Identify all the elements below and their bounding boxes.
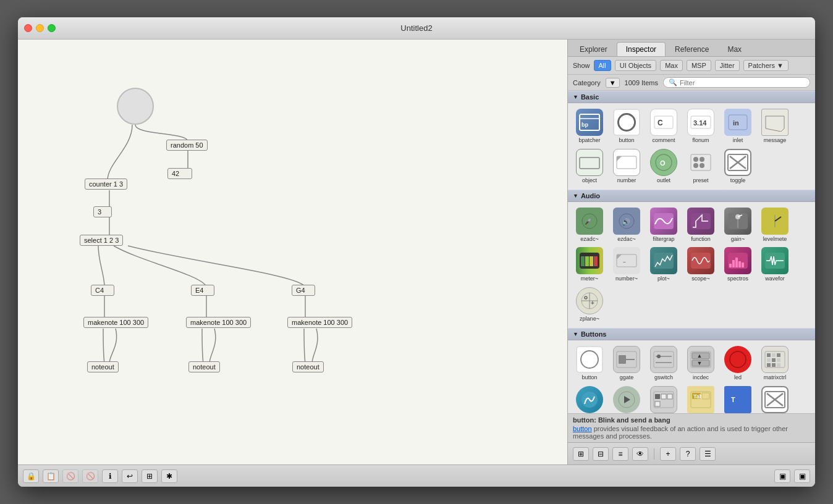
filter-ui-objects[interactable]: UI Objects: [615, 60, 656, 71]
noteout3-object[interactable]: noteout: [292, 361, 324, 372]
inlet-label: inlet: [733, 137, 743, 144]
patcher-canvas[interactable]: random 50 42 counter 1 3 3 select 1 2 3 …: [18, 40, 568, 464]
filter-jitter[interactable]: Jitter: [715, 60, 740, 71]
obj-incdec[interactable]: ▲▼ incdec: [683, 344, 719, 383]
category-dropdown[interactable]: ▼: [606, 78, 620, 88]
select-object[interactable]: select 1 2 3: [80, 235, 123, 246]
list-btn[interactable]: ☰: [700, 447, 716, 461]
obj-toggle[interactable]: toggle: [720, 147, 756, 186]
obj-textbutto[interactable]: T textbutto: [720, 384, 756, 413]
obj-message[interactable]: message: [757, 107, 793, 146]
noteout2-object[interactable]: noteout: [188, 361, 220, 372]
makenote3-object[interactable]: makenote 100 300: [287, 317, 352, 328]
obj-toggle-btn[interactable]: toggle: [757, 384, 793, 413]
obj-ezadc[interactable]: 🎤 ezadc~: [572, 206, 607, 245]
eye-btn[interactable]: 👁: [632, 447, 648, 461]
filter-patchers[interactable]: Patchers ▼: [743, 60, 789, 71]
tab-reference[interactable]: Reference: [666, 42, 718, 56]
ggate-label: ggate: [620, 374, 634, 381]
obj-flonum[interactable]: 3.14 flonum: [683, 107, 719, 146]
grid-btn-1[interactable]: ⊞: [573, 447, 589, 461]
close-button[interactable]: [24, 24, 32, 32]
makenote2-object[interactable]: makenote 100 300: [186, 317, 251, 328]
add-btn[interactable]: +: [660, 447, 676, 461]
filtergrap-label: filtergrap: [653, 236, 674, 243]
tab-inspector[interactable]: Inspector: [617, 42, 666, 56]
obj-tab[interactable]: Tab tab: [683, 384, 719, 413]
filter-all[interactable]: All: [594, 60, 611, 71]
disable-btn-1[interactable]: 🚫: [62, 469, 78, 483]
grid-view-btn[interactable]: ⊞: [142, 469, 158, 483]
num3-object[interactable]: 3: [93, 206, 112, 217]
svg-rect-15: [691, 154, 711, 170]
c4-object[interactable]: C4: [91, 285, 114, 296]
makenote1-object[interactable]: makenote 100 300: [83, 317, 148, 328]
svg-rect-80: [777, 363, 780, 367]
help-btn[interactable]: ?: [680, 447, 696, 461]
obj-number[interactable]: number: [609, 147, 645, 186]
obj-function[interactable]: function: [683, 206, 719, 245]
ezadc-label: ezadc~: [580, 236, 598, 243]
obj-preset[interactable]: preset: [683, 147, 719, 186]
inlet-object[interactable]: [117, 88, 154, 125]
obj-playbar[interactable]: playbar: [609, 384, 645, 413]
filter-max[interactable]: Max: [660, 60, 683, 71]
obj-bpatcher[interactable]: bp bpatcher: [572, 107, 607, 146]
info-btn[interactable]: ℹ: [102, 469, 118, 483]
counter-object[interactable]: counter 1 3: [85, 178, 127, 190]
obj-radiogro[interactable]: radiogro: [646, 384, 682, 413]
obj-zplane[interactable]: + zplane~: [572, 285, 607, 324]
obj-matrixctrl[interactable]: matrixctrl: [757, 344, 793, 383]
section-audio-header[interactable]: ▼ Audio: [568, 190, 815, 202]
obj-ggate[interactable]: ggate: [609, 344, 645, 383]
obj-pictctrl[interactable]: pictctrl: [572, 384, 607, 413]
status-link[interactable]: button: [573, 425, 592, 432]
meter-icon: [576, 247, 603, 274]
undo-btn[interactable]: ↩: [122, 469, 138, 483]
section-basic-header[interactable]: ▼ Basic: [568, 91, 815, 103]
filter-text-input[interactable]: [680, 79, 805, 86]
disable-btn-2[interactable]: 🚫: [82, 469, 98, 483]
tab-explorer[interactable]: Explorer: [570, 42, 617, 56]
radiogro-icon: [650, 386, 677, 413]
obj-inlet[interactable]: in inlet: [720, 107, 756, 146]
noteout1-object[interactable]: noteout: [87, 361, 119, 372]
obj-spectros[interactable]: spectros: [720, 245, 756, 284]
minimize-button[interactable]: [36, 24, 44, 32]
obj-wavefor[interactable]: wavefor: [757, 245, 793, 284]
grid-btn-3[interactable]: ≡: [612, 447, 628, 461]
tab-max[interactable]: Max: [718, 42, 751, 56]
star-btn[interactable]: ✱: [161, 469, 177, 483]
grid-btn-2[interactable]: ⊟: [593, 447, 609, 461]
svg-rect-73: [772, 353, 776, 357]
obj-outlet[interactable]: O outlet: [646, 147, 682, 186]
view-btn-1[interactable]: ▣: [774, 469, 790, 483]
bottom-toolbar: 🔒 📋 🚫 🚫 ℹ ↩ ⊞ ✱ ▣ ▣: [18, 464, 815, 487]
maximize-button[interactable]: [48, 24, 56, 32]
obj-scope[interactable]: scope~: [683, 245, 719, 284]
obj-object[interactable]: object: [572, 147, 607, 186]
num42-object[interactable]: 42: [167, 168, 192, 179]
obj-gain[interactable]: gain~: [720, 206, 756, 245]
obj-btn-button[interactable]: button: [572, 344, 607, 383]
copy-btn[interactable]: 📋: [43, 469, 59, 483]
obj-levelmete[interactable]: levelmete: [757, 206, 793, 245]
category-label: Category: [573, 79, 601, 86]
random-object[interactable]: random 50: [166, 140, 208, 151]
view-btn-2[interactable]: ▣: [794, 469, 810, 483]
obj-led[interactable]: led: [720, 344, 756, 383]
filter-msp[interactable]: MSP: [687, 60, 711, 71]
obj-gswitch[interactable]: gswitch: [646, 344, 682, 383]
lock-btn[interactable]: 🔒: [23, 469, 39, 483]
obj-plot[interactable]: plot~: [646, 245, 682, 284]
tab-icon: Tab: [687, 386, 714, 413]
obj-filtergrap[interactable]: filtergrap: [646, 206, 682, 245]
obj-ezdac[interactable]: 🔊 ezdac~: [609, 206, 645, 245]
section-buttons-header[interactable]: ▼ Buttons: [568, 328, 815, 340]
obj-meter[interactable]: meter~: [572, 245, 607, 284]
e4-object[interactable]: E4: [191, 285, 214, 296]
obj-comment[interactable]: C comment: [646, 107, 682, 146]
g4-object[interactable]: G4: [292, 285, 315, 296]
obj-button[interactable]: button: [609, 107, 645, 146]
obj-numtilde[interactable]: ~ number~: [609, 245, 645, 284]
